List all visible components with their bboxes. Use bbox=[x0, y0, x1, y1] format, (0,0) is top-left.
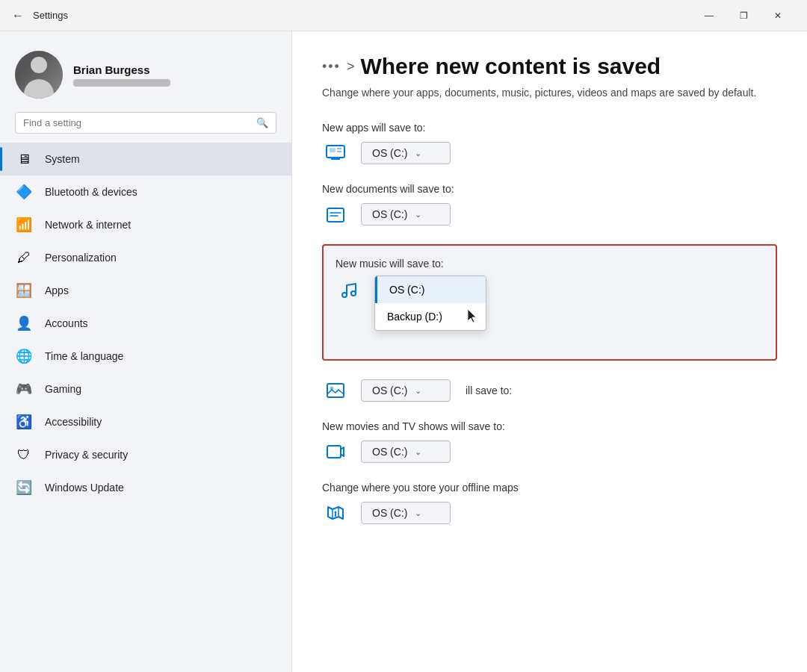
sidebar-item-time[interactable]: 🌐 Time & language bbox=[0, 340, 291, 373]
accessibility-nav-label: Accessibility bbox=[45, 416, 102, 428]
pictures-save-row: OS (C:) ⌄ ill save to: bbox=[322, 377, 777, 404]
docs-save-row: New documents will save to: OS (C:) ⌄ bbox=[322, 183, 777, 228]
page-description: Change where your apps, documents, music… bbox=[322, 85, 777, 101]
music-option-backup[interactable]: Backup (D:) bbox=[375, 303, 486, 330]
close-button[interactable]: ✕ bbox=[761, 4, 795, 28]
docs-save-label: New documents will save to: bbox=[322, 183, 777, 195]
pictures-save-dropdown[interactable]: OS (C:) ⌄ bbox=[361, 379, 451, 402]
svg-point-7 bbox=[351, 291, 356, 296]
search-wrap: 🔍 bbox=[0, 112, 291, 143]
personalization-nav-label: Personalization bbox=[45, 252, 117, 264]
accessibility-nav-icon: ♿ bbox=[15, 413, 33, 431]
sidebar-item-update[interactable]: 🔄 Windows Update bbox=[0, 471, 291, 504]
music-option-osc-label: OS (C:) bbox=[389, 284, 424, 296]
search-box[interactable]: 🔍 bbox=[15, 112, 276, 134]
maps-save-row: Change where you store your offline maps… bbox=[322, 482, 777, 526]
gaming-nav-label: Gaming bbox=[45, 383, 81, 395]
time-nav-icon: 🌐 bbox=[15, 347, 33, 365]
titlebar-title: Settings bbox=[33, 10, 683, 21]
sidebar-item-bluetooth[interactable]: 🔷 Bluetooth & devices bbox=[0, 175, 291, 208]
update-nav-label: Windows Update bbox=[45, 482, 124, 494]
bluetooth-nav-label: Bluetooth & devices bbox=[45, 186, 137, 198]
docs-save-dropdown[interactable]: OS (C:) ⌄ bbox=[361, 203, 451, 225]
window-controls: — ❐ ✕ bbox=[692, 4, 795, 28]
svg-point-6 bbox=[342, 293, 347, 297]
apps-save-label: New apps will save to: bbox=[322, 122, 777, 134]
music-save-section: New music will save to: OS (C:) bbox=[322, 244, 777, 361]
maps-save-dropdown[interactable]: OS (C:) ⌄ bbox=[361, 502, 451, 524]
svg-point-11 bbox=[335, 511, 337, 514]
sidebar-item-privacy[interactable]: 🛡 Privacy & security bbox=[0, 438, 291, 471]
maps-icon bbox=[322, 500, 349, 526]
music-save-label: New music will save to: bbox=[336, 258, 764, 270]
update-nav-icon: 🔄 bbox=[15, 479, 33, 497]
breadcrumb-sep: > bbox=[347, 59, 355, 75]
pictures-save-value: OS (C:) bbox=[372, 385, 407, 396]
sidebar: Brian Burgess 🔍 🖥 System 🔷 Bluetooth & d… bbox=[0, 31, 291, 672]
privacy-nav-icon: 🛡 bbox=[15, 446, 33, 464]
maps-save-arrow: ⌄ bbox=[415, 508, 421, 518]
privacy-nav-label: Privacy & security bbox=[45, 449, 128, 461]
music-dropdown-list: OS (C:) Backup (D:) bbox=[374, 276, 486, 331]
svg-rect-1 bbox=[330, 148, 336, 152]
back-icon[interactable]: ← bbox=[12, 9, 24, 22]
movies-icon bbox=[322, 438, 349, 465]
sidebar-item-apps[interactable]: 🪟 Apps bbox=[0, 274, 291, 307]
user-name: Brian Burgess bbox=[73, 63, 170, 76]
search-input[interactable] bbox=[23, 117, 250, 128]
bluetooth-nav-icon: 🔷 bbox=[15, 183, 33, 201]
user-profile: Brian Burgess bbox=[0, 43, 291, 112]
music-option-osc[interactable]: OS (C:) bbox=[375, 276, 486, 303]
maps-save-label: Change where you store your offline maps bbox=[322, 482, 777, 494]
music-option-backup-label: Backup (D:) bbox=[387, 311, 442, 323]
movies-save-arrow: ⌄ bbox=[415, 447, 421, 457]
svg-rect-3 bbox=[337, 151, 341, 152]
avatar bbox=[15, 51, 63, 99]
user-email-blur bbox=[73, 79, 170, 87]
search-icon: 🔍 bbox=[256, 117, 268, 128]
cursor-icon bbox=[466, 308, 478, 324]
sidebar-item-personalization[interactable]: 🖊 Personalization bbox=[0, 241, 291, 274]
apps-nav-icon: 🪟 bbox=[15, 281, 33, 299]
docs-icon bbox=[322, 201, 349, 228]
personalization-nav-icon: 🖊 bbox=[15, 249, 33, 267]
sidebar-item-system[interactable]: 🖥 System bbox=[0, 143, 291, 175]
sidebar-item-network[interactable]: 📶 Network & internet bbox=[0, 208, 291, 241]
svg-rect-2 bbox=[337, 148, 341, 149]
movies-save-row: New movies and TV shows will save to: OS… bbox=[322, 420, 777, 465]
svg-rect-5 bbox=[327, 208, 344, 222]
apps-save-row: New apps will save to: OS (C:) ⌄ bbox=[322, 122, 777, 167]
maximize-button[interactable]: ❐ bbox=[726, 4, 761, 28]
apps-nav-label: Apps bbox=[45, 284, 69, 296]
sidebar-item-gaming[interactable]: 🎮 Gaming bbox=[0, 373, 291, 405]
music-icon bbox=[336, 276, 362, 302]
sidebar-item-accounts[interactable]: 👤 Accounts bbox=[0, 307, 291, 340]
pictures-icon bbox=[322, 377, 349, 404]
docs-save-arrow: ⌄ bbox=[415, 210, 421, 220]
accounts-nav-icon: 👤 bbox=[15, 314, 33, 332]
accounts-nav-label: Accounts bbox=[45, 317, 88, 329]
minimize-button[interactable]: — bbox=[692, 4, 726, 28]
movies-save-value: OS (C:) bbox=[372, 446, 407, 458]
breadcrumb: ••• > Where new content is saved bbox=[322, 54, 777, 79]
user-info: Brian Burgess bbox=[73, 63, 170, 87]
apps-save-dropdown[interactable]: OS (C:) ⌄ bbox=[361, 142, 451, 164]
maps-save-value: OS (C:) bbox=[372, 507, 407, 519]
gaming-nav-icon: 🎮 bbox=[15, 380, 33, 398]
pictures-save-arrow: ⌄ bbox=[415, 386, 421, 396]
svg-rect-10 bbox=[327, 446, 341, 458]
network-nav-icon: 📶 bbox=[15, 216, 33, 234]
sidebar-item-accessibility[interactable]: ♿ Accessibility bbox=[0, 405, 291, 438]
apps-save-arrow: ⌄ bbox=[415, 149, 421, 158]
system-nav-icon: 🖥 bbox=[15, 150, 33, 168]
app-body: Brian Burgess 🔍 🖥 System 🔷 Bluetooth & d… bbox=[0, 31, 807, 672]
movies-save-label: New movies and TV shows will save to: bbox=[322, 420, 777, 432]
main-content: ••• > Where new content is saved Change … bbox=[291, 31, 807, 672]
movies-save-dropdown[interactable]: OS (C:) ⌄ bbox=[361, 441, 451, 463]
breadcrumb-dots: ••• bbox=[322, 59, 341, 75]
system-nav-label: System bbox=[45, 153, 80, 165]
music-dropdown-wrap: OS (C:) Backup (D:) bbox=[374, 276, 486, 331]
pictures-partial-label: ill save to: bbox=[466, 385, 512, 396]
titlebar: ← Settings — ❐ ✕ bbox=[0, 0, 807, 31]
time-nav-label: Time & language bbox=[45, 350, 123, 362]
